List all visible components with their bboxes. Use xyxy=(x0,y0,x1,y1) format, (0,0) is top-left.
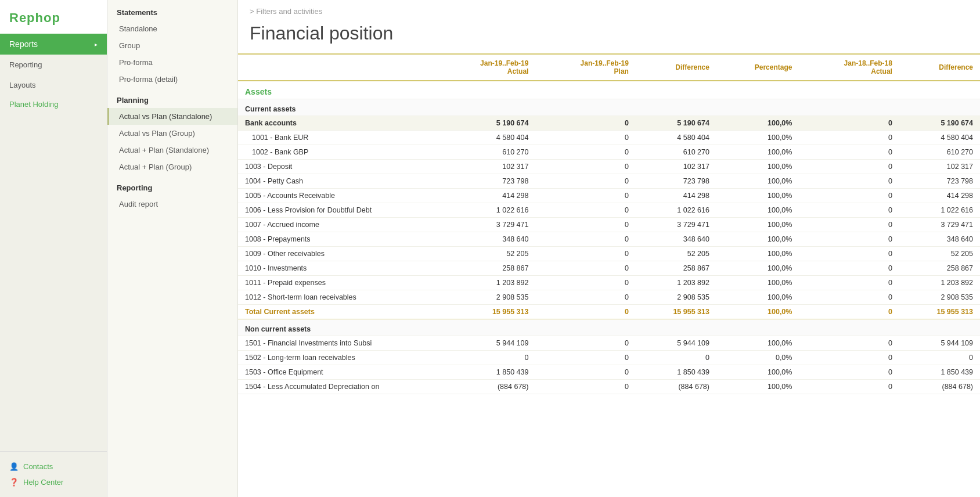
assets-label: Assets xyxy=(238,81,980,99)
help-link[interactable]: ❓ Help Center xyxy=(9,474,98,490)
mid-panel: Statements Standalone Group Pro-forma Pr… xyxy=(107,0,238,497)
row-label: 1501 - Financial Investments into Subsi xyxy=(238,336,435,351)
mid-item-group[interactable]: Group xyxy=(107,37,237,54)
assets-title-row: Assets xyxy=(238,81,980,99)
mid-item-actual-vs-plan-group[interactable]: Actual vs Plan (Group) xyxy=(107,125,237,142)
row-col4: 100,0% xyxy=(716,290,799,305)
row-col2: 0 xyxy=(535,174,635,189)
row-col2: 0 xyxy=(535,218,635,232)
current-assets-header: Current assets xyxy=(238,99,980,116)
row-col5: 0 xyxy=(799,365,899,380)
logo-area: Rephop xyxy=(0,0,107,34)
row-col2: 0 xyxy=(535,276,635,290)
report-table: Jan-19..Feb-19 Actual Jan-19..Feb-19 Pla… xyxy=(238,53,980,394)
row-col3: 348 640 xyxy=(636,232,716,247)
main-content: > Filters and activities Financial posit… xyxy=(238,0,980,497)
row-col1: 0 xyxy=(435,351,535,365)
row-label: 1010 - Investments xyxy=(238,261,435,276)
row-col3: 52 205 xyxy=(636,247,716,261)
row-col5: 0 xyxy=(799,276,899,290)
bank-accounts-col4: 100,0% xyxy=(716,116,799,131)
row-col6: 723 798 xyxy=(899,174,980,189)
col-label-header xyxy=(238,54,435,81)
row-col5: 0 xyxy=(799,290,899,305)
row-col3: 1 850 439 xyxy=(636,365,716,380)
mid-item-actual-plus-plan-standalone[interactable]: Actual + Plan (Standalone) xyxy=(107,142,237,159)
row-col3: 4 580 404 xyxy=(636,131,716,145)
row-col5: 0 xyxy=(799,232,899,247)
sidebar-item-reports[interactable]: Reports ▸ xyxy=(0,34,107,55)
row-col1: 52 205 xyxy=(435,247,535,261)
row-col5: 0 xyxy=(799,247,899,261)
contacts-link[interactable]: 👤 Contacts xyxy=(9,459,98,474)
row-col4: 100,0% xyxy=(716,160,799,174)
page-title: Financial position xyxy=(238,20,980,53)
row-label: 1009 - Other receivables xyxy=(238,247,435,261)
col3-header: Difference xyxy=(636,54,716,81)
table-row: 1501 - Financial Investments into Subsi … xyxy=(238,336,980,351)
row-col6: 102 317 xyxy=(899,160,980,174)
sidebar-item-reporting[interactable]: Reporting xyxy=(0,55,107,75)
row-col1: 1 203 892 xyxy=(435,276,535,290)
mid-item-actual-vs-plan-standalone[interactable]: Actual vs Plan (Standalone) xyxy=(107,108,237,125)
table-row: 1008 - Prepayments 348 640 0 348 640 100… xyxy=(238,232,980,247)
table-row: 1002 - Bank GBP 610 270 0 610 270 100,0%… xyxy=(238,145,980,160)
row-col3: 723 798 xyxy=(636,174,716,189)
row-col3: 3 729 471 xyxy=(636,218,716,232)
mid-item-audit-report[interactable]: Audit report xyxy=(107,196,237,213)
row-col2: 0 xyxy=(535,160,635,174)
row-col2: 0 xyxy=(535,380,635,394)
row-col2: 0 xyxy=(535,189,635,203)
bank-accounts-col1: 5 190 674 xyxy=(435,116,535,131)
total-col5: 0 xyxy=(799,305,899,319)
sidebar: Rephop Reports ▸ Reporting Layouts Plane… xyxy=(0,0,107,497)
row-col6: 610 270 xyxy=(899,145,980,160)
table-row: 1005 - Accounts Receivable 414 298 0 414… xyxy=(238,189,980,203)
row-col6: 1 203 892 xyxy=(899,276,980,290)
row-col5: 0 xyxy=(799,160,899,174)
col1-header: Jan-19..Feb-19 Actual xyxy=(435,54,535,81)
row-col1: 414 298 xyxy=(435,189,535,203)
bank-accounts-row: Bank accounts 5 190 674 0 5 190 674 100,… xyxy=(238,116,980,131)
row-col6: 0 xyxy=(899,351,980,365)
current-assets-label: Current assets xyxy=(238,99,980,116)
row-col5: 0 xyxy=(799,218,899,232)
row-col6: 258 867 xyxy=(899,261,980,276)
row-col1: 258 867 xyxy=(435,261,535,276)
row-col6: 414 298 xyxy=(899,189,980,203)
row-col3: (884 678) xyxy=(636,380,716,394)
row-col6: 1 850 439 xyxy=(899,365,980,380)
table-row: 1009 - Other receivables 52 205 0 52 205… xyxy=(238,247,980,261)
mid-item-pro-forma[interactable]: Pro-forma xyxy=(107,54,237,71)
row-label: 1012 - Short-term loan receivables xyxy=(238,290,435,305)
row-col2: 0 xyxy=(535,232,635,247)
mid-item-standalone[interactable]: Standalone xyxy=(107,20,237,37)
mid-item-pro-forma-detail[interactable]: Pro-forma (detail) xyxy=(107,71,237,88)
row-label: 1001 - Bank EUR xyxy=(238,131,435,145)
row-col1: 1 850 439 xyxy=(435,365,535,380)
bank-accounts-col6: 5 190 674 xyxy=(899,116,980,131)
row-col1: 610 270 xyxy=(435,145,535,160)
app-logo: Rephop xyxy=(9,10,60,25)
table-row: 1001 - Bank EUR 4 580 404 0 4 580 404 10… xyxy=(238,131,980,145)
sidebar-bottom: 👤 Contacts ❓ Help Center xyxy=(0,451,107,497)
row-col2: 0 xyxy=(535,203,635,218)
row-label: 1002 - Bank GBP xyxy=(238,145,435,160)
table-row: 1004 - Petty Cash 723 798 0 723 798 100,… xyxy=(238,174,980,189)
non-current-assets-header: Non current assets xyxy=(238,319,980,336)
mid-item-actual-plus-plan-group[interactable]: Actual + Plan (Group) xyxy=(107,159,237,175)
row-label: 1011 - Prepaid expenses xyxy=(238,276,435,290)
row-col6: 3 729 471 xyxy=(899,218,980,232)
row-col4: 100,0% xyxy=(716,189,799,203)
bank-accounts-col3: 5 190 674 xyxy=(636,116,716,131)
row-col6: 348 640 xyxy=(899,232,980,247)
table-row: 1012 - Short-term loan receivables 2 908… xyxy=(238,290,980,305)
row-col3: 2 908 535 xyxy=(636,290,716,305)
section-header-statements: Statements xyxy=(107,0,237,20)
sidebar-item-layouts[interactable]: Layouts xyxy=(0,75,107,95)
row-col4: 100,0% xyxy=(716,174,799,189)
row-col5: 0 xyxy=(799,351,899,365)
row-label: 1003 - Deposit xyxy=(238,160,435,174)
total-col6: 15 955 313 xyxy=(899,305,980,319)
filters-bar[interactable]: > Filters and activities xyxy=(238,0,980,20)
